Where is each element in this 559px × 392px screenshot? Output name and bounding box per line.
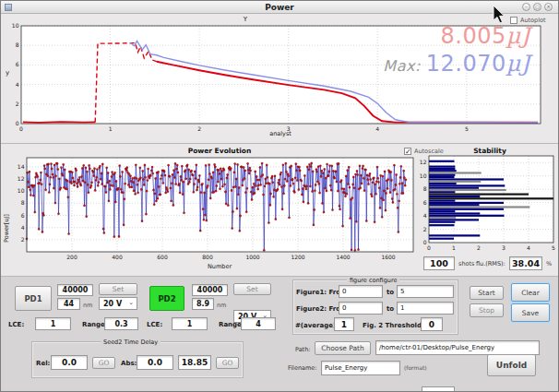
seed-delay-title: Seed2 Time Delay xyxy=(101,339,161,346)
svg-text:10: 10 xyxy=(420,172,427,179)
figure2-from-input[interactable]: 0 xyxy=(339,302,383,315)
rel-input[interactable]: 0.0 xyxy=(51,355,88,370)
pd2-gain-input[interactable]: 40000 xyxy=(192,284,228,296)
svg-text:6: 6 xyxy=(16,61,19,67)
shots-input[interactable]: 100 xyxy=(423,256,455,270)
rms-input[interactable]: 38.04 xyxy=(509,256,542,270)
energy-readout-red: 8.005µJ xyxy=(441,23,530,49)
app-window: Power – ▢ ✕ Y y 0123450246810 analyst Au… xyxy=(0,0,559,392)
pd1-voltage-dropdown[interactable]: 20 V⌄ xyxy=(99,297,137,310)
figure2-panel: Power Evolution ✓ Autoscale Power[uJ] 20… xyxy=(1,144,558,276)
pd2-lce-input[interactable]: 1 xyxy=(172,317,208,330)
svg-text:600: 600 xyxy=(157,254,168,260)
minimize-icon[interactable]: – xyxy=(522,3,530,11)
threshold-input[interactable]: 0 xyxy=(421,317,443,331)
choose-path-button[interactable]: Choose Path xyxy=(315,341,371,355)
figure3-plot[interactable]: 012345024681012 xyxy=(418,147,558,254)
app-icon xyxy=(5,4,12,11)
figure1-to-label: to xyxy=(387,289,394,296)
pd2-range-input[interactable]: 4 xyxy=(241,317,276,330)
save-button[interactable]: Save xyxy=(511,303,550,322)
max-label: Max: xyxy=(383,57,420,75)
pd1-set-button[interactable]: Set xyxy=(99,283,137,295)
svg-text:6: 6 xyxy=(21,212,25,219)
svg-text:5: 5 xyxy=(465,125,469,132)
pd1-range-input[interactable]: 0.3 xyxy=(104,317,138,330)
svg-text:5: 5 xyxy=(552,244,555,251)
svg-text:2: 2 xyxy=(477,244,481,251)
threshold-label: Fig. 2 Threshold: xyxy=(363,322,424,329)
pd1-lce-input[interactable]: 1 xyxy=(35,317,71,330)
figure-configure-title: figure configure xyxy=(347,277,399,284)
figure1-panel: Y y 0123450246810 analyst Autoplot 8.005… xyxy=(1,14,558,143)
percent-label: % xyxy=(546,260,552,267)
svg-text:12: 12 xyxy=(420,159,427,165)
close-icon[interactable]: ✕ xyxy=(544,3,553,11)
titlebar[interactable]: Power – ▢ ✕ xyxy=(1,1,558,14)
figure2-plot[interactable]: 20040060080010001200140016002468101214 xyxy=(8,147,422,272)
shots-label: shots xyxy=(458,260,474,267)
figure1-to-input[interactable]: 5 xyxy=(397,285,454,298)
pd2-set-button[interactable]: Set xyxy=(233,283,271,295)
cursor-icon xyxy=(493,5,507,25)
clear-button[interactable]: Clear xyxy=(511,283,550,302)
pd1-lce-label: LCE: xyxy=(8,321,24,328)
svg-text:1600: 1600 xyxy=(381,254,395,260)
filename-input[interactable]: Pulse_Energy xyxy=(321,361,400,375)
svg-text:2: 2 xyxy=(197,125,201,132)
window-title: Power xyxy=(1,1,558,14)
start-button[interactable]: Start xyxy=(470,286,504,300)
pd1-gain-input[interactable]: 40000 xyxy=(57,284,93,296)
average-input[interactable]: 1 xyxy=(334,317,354,331)
svg-text:1: 1 xyxy=(452,244,456,251)
svg-text:3: 3 xyxy=(502,244,505,251)
svg-text:0: 0 xyxy=(16,120,19,126)
path-input[interactable]: /home/ctr-01/Desktop/Pulse_Energy xyxy=(375,340,540,355)
average-label: #(average): xyxy=(295,322,339,329)
format-label: (format) xyxy=(404,364,427,371)
svg-text:1400: 1400 xyxy=(336,254,350,260)
rel-go-button[interactable]: GO xyxy=(92,357,115,369)
filename-label: Filename: xyxy=(288,364,317,372)
svg-text:14: 14 xyxy=(18,163,25,170)
svg-text:10: 10 xyxy=(18,187,25,194)
svg-text:200: 200 xyxy=(66,254,77,260)
pd2-lce-label: LCE: xyxy=(147,321,162,328)
energy-readout-blue: Max:12.070µJ xyxy=(383,51,530,77)
svg-text:2: 2 xyxy=(423,226,427,232)
energy-blue-unit: µJ xyxy=(506,51,530,77)
abs-input[interactable]: 0.0 xyxy=(137,355,173,370)
figure1-from-input[interactable]: 0 xyxy=(339,285,383,298)
svg-text:4: 4 xyxy=(21,224,25,231)
pd2-button[interactable]: PD2 xyxy=(149,286,184,311)
pd1-nm-input[interactable]: 44 xyxy=(57,298,80,310)
svg-text:2: 2 xyxy=(21,236,25,243)
pd1-button[interactable]: PD1 xyxy=(15,286,52,311)
maximize-icon[interactable]: ▢ xyxy=(533,3,541,11)
figure2-to-input[interactable]: 1 xyxy=(397,302,454,315)
stop-button[interactable]: Stop xyxy=(470,303,504,317)
chevron-down-icon: ⌄ xyxy=(128,299,134,306)
svg-text:4: 4 xyxy=(527,244,530,251)
format-dropdown[interactable]: .txt⌄ xyxy=(422,386,455,392)
svg-text:0: 0 xyxy=(19,125,23,132)
figure2-xlabel: Number xyxy=(173,263,266,270)
unfold-button[interactable]: Unfold xyxy=(487,354,536,376)
svg-text:1000: 1000 xyxy=(245,254,259,260)
pd2-nm-input[interactable]: 8.9 xyxy=(192,298,214,310)
svg-text:8: 8 xyxy=(16,42,19,48)
abs2-input[interactable]: 18.85 xyxy=(178,355,211,370)
figure1-xlabel: analyst xyxy=(234,130,327,137)
svg-text:8: 8 xyxy=(423,185,427,192)
pd1-voltage-value: 20 V xyxy=(103,300,122,308)
svg-text:4: 4 xyxy=(423,212,427,219)
abs-label: Abs: xyxy=(121,360,137,367)
controls-panel: PD1 40000 Set 44 nm 20 V⌄ LCE: 1 Range: … xyxy=(1,277,558,392)
path-label: Path: xyxy=(295,346,310,353)
pd1-nm-label: nm xyxy=(83,302,92,309)
abs-go-button[interactable]: GO xyxy=(216,357,239,369)
energy-red-unit: µJ xyxy=(506,23,530,49)
figure2-to-label: to xyxy=(387,305,394,313)
svg-text:0: 0 xyxy=(423,239,427,245)
svg-text:4: 4 xyxy=(375,125,379,132)
